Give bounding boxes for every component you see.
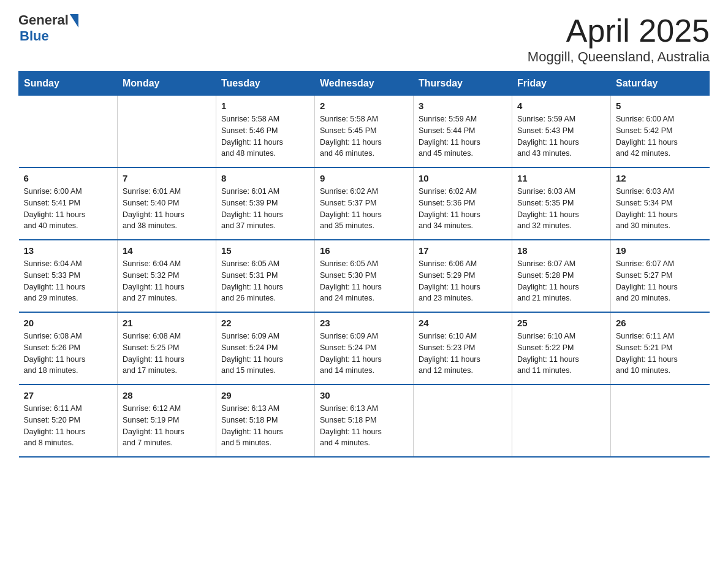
table-row: 8Sunrise: 6:01 AMSunset: 5:39 PMDaylight… bbox=[216, 167, 315, 240]
day-info: Sunrise: 5:59 AMSunset: 5:44 PMDaylight:… bbox=[419, 113, 507, 159]
day-info: Sunrise: 6:11 AMSunset: 5:21 PMDaylight:… bbox=[616, 331, 705, 377]
day-number: 24 bbox=[419, 318, 507, 328]
header-saturday: Saturday bbox=[611, 72, 710, 96]
table-row: 15Sunrise: 6:05 AMSunset: 5:31 PMDayligh… bbox=[216, 240, 315, 312]
table-row bbox=[414, 385, 512, 457]
table-row: 30Sunrise: 6:13 AMSunset: 5:18 PMDayligh… bbox=[315, 385, 414, 457]
day-info: Sunrise: 6:04 AMSunset: 5:33 PMDaylight:… bbox=[24, 258, 113, 304]
table-row: 1Sunrise: 5:58 AMSunset: 5:46 PMDaylight… bbox=[216, 96, 315, 168]
table-row: 13Sunrise: 6:04 AMSunset: 5:33 PMDayligh… bbox=[19, 240, 118, 312]
table-row: 28Sunrise: 6:12 AMSunset: 5:19 PMDayligh… bbox=[118, 385, 216, 457]
table-row: 21Sunrise: 6:08 AMSunset: 5:25 PMDayligh… bbox=[118, 312, 216, 385]
day-number: 16 bbox=[320, 245, 408, 256]
day-info: Sunrise: 6:00 AMSunset: 5:41 PMDaylight:… bbox=[24, 186, 113, 232]
day-number: 28 bbox=[123, 390, 211, 400]
calendar-week-row: 6Sunrise: 6:00 AMSunset: 5:41 PMDaylight… bbox=[19, 167, 710, 240]
logo-general-text: General bbox=[18, 12, 69, 28]
day-number: 30 bbox=[320, 390, 408, 400]
day-number: 5 bbox=[616, 101, 705, 111]
table-row: 12Sunrise: 6:03 AMSunset: 5:34 PMDayligh… bbox=[611, 167, 710, 240]
header-tuesday: Tuesday bbox=[216, 72, 315, 96]
day-number: 6 bbox=[24, 173, 113, 183]
page-subtitle: Moggill, Queensland, Australia bbox=[528, 49, 710, 65]
day-number: 8 bbox=[221, 173, 309, 183]
day-info: Sunrise: 6:11 AMSunset: 5:20 PMDaylight:… bbox=[24, 403, 113, 449]
day-number: 12 bbox=[616, 173, 705, 183]
day-info: Sunrise: 6:08 AMSunset: 5:26 PMDaylight:… bbox=[24, 331, 113, 377]
day-info: Sunrise: 6:07 AMSunset: 5:28 PMDaylight:… bbox=[517, 258, 605, 304]
day-info: Sunrise: 6:09 AMSunset: 5:24 PMDaylight:… bbox=[221, 331, 309, 377]
day-info: Sunrise: 6:13 AMSunset: 5:18 PMDaylight:… bbox=[221, 403, 309, 449]
day-number: 9 bbox=[320, 173, 408, 183]
table-row: 27Sunrise: 6:11 AMSunset: 5:20 PMDayligh… bbox=[19, 385, 118, 457]
table-row bbox=[611, 385, 710, 457]
day-number: 13 bbox=[24, 245, 113, 256]
day-info: Sunrise: 6:02 AMSunset: 5:36 PMDaylight:… bbox=[419, 186, 507, 232]
day-number: 17 bbox=[419, 245, 507, 256]
day-info: Sunrise: 6:10 AMSunset: 5:22 PMDaylight:… bbox=[517, 331, 605, 377]
day-info: Sunrise: 6:03 AMSunset: 5:34 PMDaylight:… bbox=[616, 186, 705, 232]
calendar-header-row: Sunday Monday Tuesday Wednesday Thursday… bbox=[19, 72, 710, 96]
table-row bbox=[118, 96, 216, 168]
table-row: 26Sunrise: 6:11 AMSunset: 5:21 PMDayligh… bbox=[611, 312, 710, 385]
table-row: 6Sunrise: 6:00 AMSunset: 5:41 PMDaylight… bbox=[19, 167, 118, 240]
day-number: 29 bbox=[221, 390, 309, 400]
day-number: 3 bbox=[419, 101, 507, 111]
day-number: 15 bbox=[221, 245, 309, 256]
table-row: 18Sunrise: 6:07 AMSunset: 5:28 PMDayligh… bbox=[512, 240, 611, 312]
table-row: 17Sunrise: 6:06 AMSunset: 5:29 PMDayligh… bbox=[414, 240, 512, 312]
table-row: 22Sunrise: 6:09 AMSunset: 5:24 PMDayligh… bbox=[216, 312, 315, 385]
day-info: Sunrise: 6:04 AMSunset: 5:32 PMDaylight:… bbox=[123, 258, 211, 304]
calendar-week-row: 20Sunrise: 6:08 AMSunset: 5:26 PMDayligh… bbox=[19, 312, 710, 385]
day-number: 14 bbox=[123, 245, 211, 256]
day-number: 26 bbox=[616, 318, 705, 328]
calendar-week-row: 1Sunrise: 5:58 AMSunset: 5:46 PMDaylight… bbox=[19, 96, 710, 168]
table-row: 7Sunrise: 6:01 AMSunset: 5:40 PMDaylight… bbox=[118, 167, 216, 240]
day-info: Sunrise: 5:58 AMSunset: 5:45 PMDaylight:… bbox=[320, 113, 408, 159]
table-row bbox=[512, 385, 611, 457]
table-row: 5Sunrise: 6:00 AMSunset: 5:42 PMDaylight… bbox=[611, 96, 710, 168]
day-number: 25 bbox=[517, 318, 605, 328]
day-number: 21 bbox=[123, 318, 211, 328]
day-number: 2 bbox=[320, 101, 408, 111]
table-row: 20Sunrise: 6:08 AMSunset: 5:26 PMDayligh… bbox=[19, 312, 118, 385]
day-info: Sunrise: 6:05 AMSunset: 5:30 PMDaylight:… bbox=[320, 258, 408, 304]
day-number: 22 bbox=[221, 318, 309, 328]
day-number: 10 bbox=[419, 173, 507, 183]
table-row: 4Sunrise: 5:59 AMSunset: 5:43 PMDaylight… bbox=[512, 96, 611, 168]
day-info: Sunrise: 6:13 AMSunset: 5:18 PMDaylight:… bbox=[320, 403, 408, 449]
title-section: April 2025 Moggill, Queensland, Australi… bbox=[528, 12, 710, 65]
day-info: Sunrise: 6:07 AMSunset: 5:27 PMDaylight:… bbox=[616, 258, 705, 304]
table-row: 24Sunrise: 6:10 AMSunset: 5:23 PMDayligh… bbox=[414, 312, 512, 385]
table-row: 2Sunrise: 5:58 AMSunset: 5:45 PMDaylight… bbox=[315, 96, 414, 168]
day-info: Sunrise: 6:12 AMSunset: 5:19 PMDaylight:… bbox=[123, 403, 211, 449]
day-number: 27 bbox=[24, 390, 113, 400]
day-info: Sunrise: 6:01 AMSunset: 5:40 PMDaylight:… bbox=[123, 186, 211, 232]
day-number: 20 bbox=[24, 318, 113, 328]
table-row: 23Sunrise: 6:09 AMSunset: 5:24 PMDayligh… bbox=[315, 312, 414, 385]
day-info: Sunrise: 6:00 AMSunset: 5:42 PMDaylight:… bbox=[616, 113, 705, 159]
logo-arrow-icon bbox=[70, 14, 78, 28]
table-row: 11Sunrise: 6:03 AMSunset: 5:35 PMDayligh… bbox=[512, 167, 611, 240]
day-info: Sunrise: 6:10 AMSunset: 5:23 PMDaylight:… bbox=[419, 331, 507, 377]
day-info: Sunrise: 6:01 AMSunset: 5:39 PMDaylight:… bbox=[221, 186, 309, 232]
day-info: Sunrise: 6:05 AMSunset: 5:31 PMDaylight:… bbox=[221, 258, 309, 304]
day-number: 11 bbox=[517, 173, 605, 183]
day-number: 7 bbox=[123, 173, 211, 183]
calendar-week-row: 27Sunrise: 6:11 AMSunset: 5:20 PMDayligh… bbox=[19, 385, 710, 457]
day-info: Sunrise: 6:02 AMSunset: 5:37 PMDaylight:… bbox=[320, 186, 408, 232]
table-row: 19Sunrise: 6:07 AMSunset: 5:27 PMDayligh… bbox=[611, 240, 710, 312]
day-info: Sunrise: 6:09 AMSunset: 5:24 PMDaylight:… bbox=[320, 331, 408, 377]
day-number: 19 bbox=[616, 245, 705, 256]
header-wednesday: Wednesday bbox=[315, 72, 414, 96]
header-monday: Monday bbox=[118, 72, 216, 96]
day-info: Sunrise: 5:58 AMSunset: 5:46 PMDaylight:… bbox=[221, 113, 309, 159]
day-number: 18 bbox=[517, 245, 605, 256]
table-row: 25Sunrise: 6:10 AMSunset: 5:22 PMDayligh… bbox=[512, 312, 611, 385]
calendar-week-row: 13Sunrise: 6:04 AMSunset: 5:33 PMDayligh… bbox=[19, 240, 710, 312]
table-row: 16Sunrise: 6:05 AMSunset: 5:30 PMDayligh… bbox=[315, 240, 414, 312]
day-info: Sunrise: 6:03 AMSunset: 5:35 PMDaylight:… bbox=[517, 186, 605, 232]
header-sunday: Sunday bbox=[19, 72, 118, 96]
calendar-table: Sunday Monday Tuesday Wednesday Thursday… bbox=[18, 71, 710, 458]
logo-blue-text: Blue bbox=[20, 28, 49, 44]
